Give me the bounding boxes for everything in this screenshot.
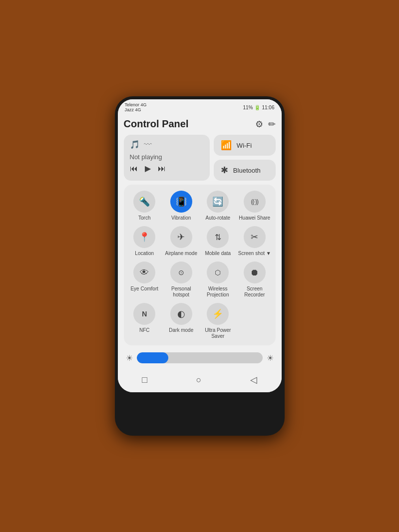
- nav-back-button[interactable]: ◁: [250, 374, 257, 385]
- next-button[interactable]: ⏭: [158, 164, 166, 173]
- wireless-projection-label: Wireless Projection: [201, 286, 235, 298]
- quick-item-personal-hotspot[interactable]: ⊙ Personal hotspot: [164, 262, 198, 298]
- battery-icon: 🔋: [254, 105, 260, 110]
- carrier1: Telenor 4G: [125, 102, 147, 107]
- screen-recorder-circle: ⏺: [244, 262, 266, 283]
- not-playing-label: Not playing: [130, 153, 204, 161]
- sound-wave-icon: 〰: [144, 140, 152, 149]
- huawei-share-circle: ((·)): [244, 191, 266, 213]
- phone-screen: Telenor 4G Jazz 4G 11% 🔋 11:06 Control P…: [118, 99, 282, 392]
- torch-circle: 🔦: [133, 191, 155, 213]
- ultra-power-label: Ultra Power Saver: [201, 327, 235, 339]
- nfc-label: NFC: [139, 327, 150, 333]
- play-button[interactable]: ▶: [145, 164, 151, 173]
- quick-item-dark-mode[interactable]: ◐ Dark mode: [164, 303, 198, 339]
- auto-rotate-label: Auto-rotate: [206, 215, 230, 221]
- dark-mode-label: Dark mode: [169, 327, 193, 333]
- quick-item-mobile-data[interactable]: ⇅ Mobile data: [201, 226, 235, 257]
- brightness-low-icon: ☀: [126, 353, 133, 363]
- music-icon: 🎵: [130, 140, 140, 149]
- quick-item-screen-recorder[interactable]: ⏺ Screen Recorder: [238, 262, 272, 298]
- location-circle: 📍: [133, 226, 155, 248]
- wifi-toggle[interactable]: 📶 Wi-Fi: [214, 135, 276, 156]
- mobile-data-label: Mobile data: [205, 251, 231, 257]
- bluetooth-label: Bluetooth: [233, 167, 261, 174]
- location-label: Location: [135, 251, 154, 257]
- quick-item-airplane[interactable]: ✈ Airplane mode: [164, 226, 198, 257]
- airplane-circle: ✈: [170, 226, 192, 248]
- quick-item-screenshot[interactable]: ✂ Screen shot ▼: [238, 226, 272, 257]
- media-card: 🎵 〰 Not playing ⏮ ▶ ⏭: [124, 135, 210, 181]
- quick-item-empty: [238, 303, 272, 339]
- personal-hotspot-circle: ⊙: [170, 262, 192, 283]
- wifi-icon: 📶: [221, 140, 232, 151]
- status-right: 11% 🔋 11:06: [243, 105, 274, 110]
- quick-item-torch[interactable]: 🔦 Torch: [128, 191, 162, 221]
- bluetooth-icon: ✱: [221, 165, 228, 176]
- huawei-share-label: Huawei Share: [239, 215, 270, 221]
- cp-header: Control Panel ⚙ ✏: [124, 118, 276, 130]
- nav-home-button[interactable]: ○: [196, 375, 201, 385]
- quick-grid: 🔦 Torch 📳 Vibration 🔄 Auto-rotate ((·)) …: [128, 191, 272, 339]
- clock: 11:06: [262, 105, 274, 110]
- eye-comfort-circle: 👁: [133, 262, 155, 283]
- airplane-label: Airplane mode: [165, 251, 197, 257]
- phone-frame: Telenor 4G Jazz 4G 11% 🔋 11:06 Control P…: [115, 96, 285, 436]
- media-controls: ⏮ ▶ ⏭: [130, 164, 204, 173]
- personal-hotspot-label: Personal hotspot: [164, 286, 198, 298]
- quick-item-location[interactable]: 📍 Location: [128, 226, 162, 257]
- quick-item-auto-rotate[interactable]: 🔄 Auto-rotate: [201, 191, 235, 221]
- brightness-row: ☀ ☀: [124, 349, 276, 365]
- bluetooth-toggle[interactable]: ✱ Bluetooth: [214, 160, 276, 181]
- prev-button[interactable]: ⏮: [130, 164, 138, 173]
- mobile-data-circle: ⇅: [207, 226, 229, 248]
- edit-icon[interactable]: ✏: [268, 119, 276, 130]
- vibration-circle: 📳: [170, 191, 192, 213]
- wifi-label: Wi-Fi: [237, 142, 252, 149]
- nav-bar: □ ○ ◁: [118, 369, 282, 392]
- wireless-projection-circle: ⬡: [207, 262, 229, 283]
- battery-level: 11%: [243, 105, 253, 110]
- torch-label: Torch: [138, 215, 150, 221]
- brightness-high-icon: ☀: [267, 353, 274, 363]
- nav-recent-button[interactable]: □: [142, 375, 147, 385]
- nfc-circle: N: [133, 303, 155, 325]
- quick-item-nfc[interactable]: N NFC: [128, 303, 162, 339]
- header-icons: ⚙ ✏: [255, 119, 276, 130]
- media-top: 🎵 〰: [130, 140, 204, 149]
- quick-item-wireless-projection[interactable]: ⬡ Wireless Projection: [201, 262, 235, 298]
- ultra-power-circle: ⚡: [207, 303, 229, 325]
- vibration-label: Vibration: [171, 215, 191, 221]
- brightness-slider[interactable]: [137, 352, 263, 363]
- quick-item-ultra-power[interactable]: ⚡ Ultra Power Saver: [201, 303, 235, 339]
- page-title: Control Panel: [124, 118, 189, 130]
- status-bar: Telenor 4G Jazz 4G 11% 🔋 11:06: [118, 99, 282, 114]
- quick-item-vibration[interactable]: 📳 Vibration: [164, 191, 198, 221]
- carrier-info: Telenor 4G Jazz 4G: [125, 102, 147, 112]
- screenshot-circle: ✂: [244, 226, 266, 248]
- screen-recorder-label: Screen Recorder: [238, 286, 272, 298]
- eye-comfort-label: Eye Comfort: [130, 286, 158, 292]
- quick-item-huawei-share[interactable]: ((·)) Huawei Share: [238, 191, 272, 221]
- quick-item-eye-comfort[interactable]: 👁 Eye Comfort: [128, 262, 162, 298]
- control-panel-body: Control Panel ⚙ ✏ 🎵 〰 Not playing ⏮: [118, 114, 282, 369]
- dark-mode-circle: ◐: [170, 303, 192, 325]
- wifi-bt-col: 📶 Wi-Fi ✱ Bluetooth: [214, 135, 276, 181]
- quick-toggles-card: 🔦 Torch 📳 Vibration 🔄 Auto-rotate ((·)) …: [124, 185, 276, 345]
- auto-rotate-circle: 🔄: [207, 191, 229, 213]
- carrier2: Jazz 4G: [125, 107, 147, 112]
- settings-icon[interactable]: ⚙: [255, 119, 263, 130]
- screenshot-label: Screen shot ▼: [238, 251, 271, 257]
- media-wifi-row: 🎵 〰 Not playing ⏮ ▶ ⏭ 📶 Wi-Fi: [124, 135, 276, 181]
- brightness-fill: [137, 352, 168, 363]
